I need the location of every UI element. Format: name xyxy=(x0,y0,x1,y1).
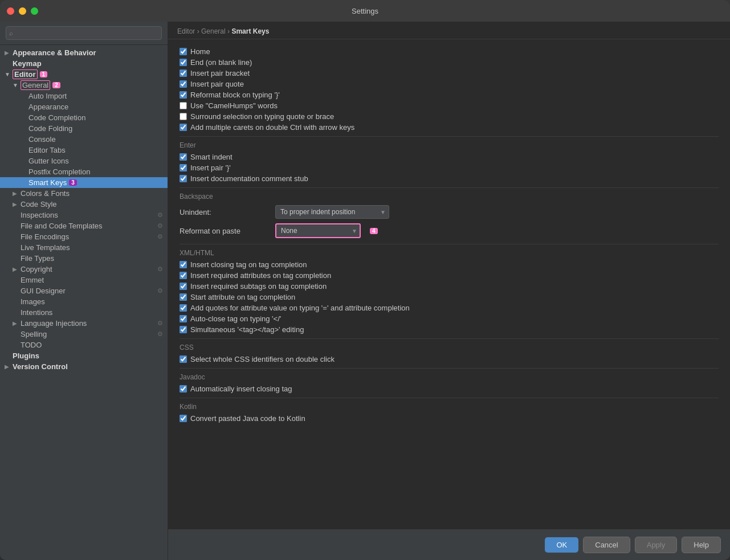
sidebar-item-gutter-icons[interactable]: Gutter Icons xyxy=(0,156,168,166)
titlebar: Settings xyxy=(0,0,730,22)
checkbox-insert-required-subtags-label: Insert required subtags on tag completio… xyxy=(190,282,327,291)
sidebar-item-label: Live Templates xyxy=(21,243,70,252)
sidebar-item-file-types[interactable]: File Types xyxy=(0,253,168,264)
checkbox-end-blank: End (on blank line) xyxy=(180,57,719,68)
sidebar-item-label: Appearance & Behavior xyxy=(13,48,96,57)
help-button[interactable]: Help xyxy=(682,537,721,553)
sidebar-item-gui-designer[interactable]: GUI Designer ⚙ xyxy=(0,285,168,296)
settings-icon: ⚙ xyxy=(157,320,163,327)
sidebar-item-appearance[interactable]: Appearance xyxy=(0,101,168,112)
checkbox-insert-pair-brace-input[interactable] xyxy=(180,164,187,171)
checkbox-insert-required-attrs-label: Insert required attributes on tag comple… xyxy=(190,271,331,280)
sidebar-item-editor-tabs[interactable]: Editor Tabs xyxy=(0,145,168,156)
checkbox-insert-doc-comment-input[interactable] xyxy=(180,175,187,182)
checkbox-auto-insert-closing-input[interactable] xyxy=(180,385,187,393)
minimize-button[interactable] xyxy=(19,7,26,15)
settings-icon: ⚙ xyxy=(157,330,163,338)
checkbox-convert-java-kotlin-input[interactable] xyxy=(180,415,187,422)
sidebar-item-console[interactable]: Console xyxy=(0,134,168,145)
checkbox-simultaneous-editing-label: Simultaneous '<tag></tag>' editing xyxy=(190,325,304,334)
sidebar-item-live-templates[interactable]: Live Templates xyxy=(0,242,168,253)
checkbox-camel-humps: Use "CamelHumps" words xyxy=(180,100,719,111)
search-icon: ⌕ xyxy=(9,30,13,36)
arrow-icon: ▶ xyxy=(5,363,13,370)
sidebar-item-smart-keys[interactable]: Smart Keys 3 xyxy=(0,177,168,188)
sidebar-item-code-completion[interactable]: Code Completion xyxy=(0,112,168,123)
sidebar-item-emmet[interactable]: Emmet xyxy=(0,275,168,285)
cancel-button[interactable]: Cancel xyxy=(583,537,630,553)
sidebar-item-images[interactable]: Images xyxy=(0,296,168,307)
sidebar-item-appearance-behavior[interactable]: ▶ Appearance & Behavior xyxy=(0,47,168,58)
checkbox-insert-required-subtags-input[interactable] xyxy=(180,283,187,290)
checkbox-smart-indent-label: Smart indent xyxy=(190,153,233,161)
checkbox-insert-pair-quote-input[interactable] xyxy=(180,80,187,88)
content-area: ⌕ ▶ Appearance & Behavior Keymap ▼ xyxy=(0,22,730,560)
sidebar-item-language-injections[interactable]: ▶ Language Injections ⚙ xyxy=(0,318,168,329)
sidebar-item-auto-import[interactable]: Auto Import xyxy=(0,91,168,101)
backspace-section-label: Backspace xyxy=(180,193,719,201)
general-badge: 2 xyxy=(52,82,60,88)
sidebar-item-copyright[interactable]: ▶ Copyright ⚙ xyxy=(0,264,168,275)
sidebar-item-colors-fonts[interactable]: ▶ Colors & Fonts xyxy=(0,188,168,199)
sidebar-item-code-style[interactable]: ▶ Code Style xyxy=(0,199,168,210)
sidebar-item-editor[interactable]: ▼ Editor 1 xyxy=(0,69,168,80)
sidebar-item-label: File and Code Templates xyxy=(21,222,103,230)
checkbox-insert-required-attrs: Insert required attributes on tag comple… xyxy=(180,270,719,281)
close-button[interactable] xyxy=(7,7,14,15)
arrow-icon: ▼ xyxy=(5,71,13,77)
reformat-paste-select[interactable]: None Reformat block Indent block Indent … xyxy=(275,223,361,238)
checkbox-home: Home xyxy=(180,46,719,57)
sidebar-item-general[interactable]: ▼ General 2 xyxy=(0,80,168,91)
checkbox-start-attribute-input[interactable] xyxy=(180,293,187,301)
checkbox-smart-indent-input[interactable] xyxy=(180,153,187,161)
unindent-row: Unindent: To proper indent position Each… xyxy=(180,203,719,221)
editor-highlight: Editor xyxy=(13,70,38,79)
checkbox-reformat-block-input[interactable] xyxy=(180,91,187,99)
breadcrumb: Editor › General › Smart Keys xyxy=(168,22,730,39)
sidebar-item-plugins[interactable]: Plugins xyxy=(0,350,168,361)
checkbox-camel-humps-input[interactable] xyxy=(180,102,187,109)
checkbox-insert-required-subtags: Insert required subtags on tag completio… xyxy=(180,281,719,292)
checkbox-surround-selection: Surround selection on typing quote or br… xyxy=(180,111,719,122)
maximize-button[interactable] xyxy=(31,7,38,15)
checkbox-start-attribute: Start attribute on tag completion xyxy=(180,292,719,303)
sidebar-item-file-encodings[interactable]: File Encodings ⚙ xyxy=(0,231,168,242)
search-input[interactable] xyxy=(6,26,162,40)
checkbox-select-whole-css-input[interactable] xyxy=(180,355,187,363)
checkbox-insert-pair-bracket-input[interactable] xyxy=(180,70,187,77)
kotlin-section-label: Kotlin xyxy=(180,403,719,411)
checkbox-home-input[interactable] xyxy=(180,48,187,55)
ok-button[interactable]: OK xyxy=(545,537,578,553)
sidebar-item-file-code-templates[interactable]: File and Code Templates ⚙ xyxy=(0,220,168,231)
checkbox-insert-closing-tag-input[interactable] xyxy=(180,261,187,268)
settings-icon: ⚙ xyxy=(157,211,163,219)
sidebar-item-todo[interactable]: TODO xyxy=(0,340,168,350)
checkbox-add-quotes-attr-input[interactable] xyxy=(180,304,187,312)
apply-button[interactable]: Apply xyxy=(635,537,678,553)
sidebar-item-label: Auto Import xyxy=(28,92,67,100)
checkbox-simultaneous-editing: Simultaneous '<tag></tag>' editing xyxy=(180,324,719,335)
sidebar-item-version-control[interactable]: ▶ Version Control xyxy=(0,361,168,372)
sidebar-item-spelling[interactable]: Spelling ⚙ xyxy=(0,329,168,340)
sidebar-item-keymap[interactable]: Keymap xyxy=(0,58,168,69)
sidebar-item-inspections[interactable]: Inspections ⚙ xyxy=(0,210,168,220)
sidebar-item-label: Spelling xyxy=(21,330,47,338)
sidebar-item-intentions[interactable]: Intentions xyxy=(0,307,168,318)
checkbox-multiple-carets-input[interactable] xyxy=(180,124,187,131)
checkbox-insert-required-attrs-input[interactable] xyxy=(180,272,187,279)
unindent-select[interactable]: To proper indent position Each tab stop … xyxy=(275,205,389,219)
arrow-icon: ▶ xyxy=(13,190,21,197)
settings-window: Settings ⌕ ▶ Appearance & Behavior xyxy=(0,0,730,560)
checkbox-simultaneous-editing-input[interactable] xyxy=(180,326,187,333)
sidebar-item-label: Postfix Completion xyxy=(28,167,90,176)
checkbox-surround-selection-input[interactable] xyxy=(180,113,187,120)
checkbox-insert-pair-quote-label: Insert pair quote xyxy=(190,80,244,88)
sidebar-item-postfix-completion[interactable]: Postfix Completion xyxy=(0,166,168,177)
sidebar-item-code-folding[interactable]: Code Folding xyxy=(0,123,168,134)
checkbox-end-blank-input[interactable] xyxy=(180,59,187,66)
javadoc-section-label: Javadoc xyxy=(180,373,719,381)
checkbox-insert-pair-bracket-label: Insert pair bracket xyxy=(190,69,250,77)
checkbox-auto-close-tag-input[interactable] xyxy=(180,315,187,322)
divider-css xyxy=(180,338,719,339)
checkbox-reformat-block-label: Reformat block on typing '}' xyxy=(190,91,280,99)
